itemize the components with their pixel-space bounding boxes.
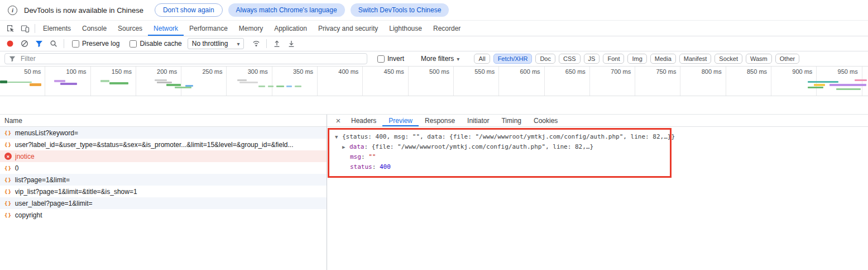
funnel-icon: [9, 55, 16, 62]
tab-sources[interactable]: Sources: [112, 21, 148, 36]
tab-cookies[interactable]: Cookies: [527, 115, 564, 126]
chip-img[interactable]: Img: [627, 54, 646, 64]
timeline-tick-label: 650 ms: [565, 68, 586, 75]
request-name: user_label?page=1&limit=: [15, 200, 93, 207]
chip-fetch-xhr[interactable]: Fetch/XHR: [493, 54, 533, 64]
inspect-element-icon[interactable]: [3, 22, 18, 35]
json-root-row[interactable]: ▼{status: 400, msg: "", data: {file: "/w…: [335, 132, 868, 142]
tab-performance[interactable]: Performance: [184, 21, 233, 36]
json-msg-row[interactable]: msg"": [335, 152, 868, 162]
divider: [35, 24, 35, 33]
filter-toggle-icon[interactable]: [32, 37, 46, 50]
tab-lighthouse[interactable]: Lighthouse: [383, 21, 428, 36]
tab-initiator[interactable]: Initiator: [461, 115, 495, 126]
json-number-value: 400: [380, 163, 391, 170]
more-filters-button[interactable]: More filters ▾: [421, 55, 459, 63]
disable-cache-checkbox-group: Disable cache: [130, 40, 181, 48]
chip-js[interactable]: JS: [584, 54, 600, 64]
request-row[interactable]: {} menusList?keyword=: [0, 127, 327, 139]
timeline-tick-label: 900 ms: [792, 68, 812, 75]
request-name: vip_list?page=1&limit=&title=&is_show=1: [15, 188, 137, 196]
json-key: msg: [350, 153, 368, 160]
request-row[interactable]: {} 0: [0, 162, 327, 174]
detail-tab-bar: × Headers Preview Response Initiator Tim…: [327, 115, 868, 127]
tab-application[interactable]: Application: [268, 21, 313, 36]
timeline-tick-label: 750 ms: [656, 68, 676, 75]
timeline-tick: 750 ms: [635, 67, 680, 96]
timeline-tick: 250 ms: [181, 67, 227, 96]
timeline-tick: 350 ms: [272, 67, 318, 96]
chip-all[interactable]: All: [474, 54, 490, 64]
chip-socket[interactable]: Socket: [714, 54, 742, 64]
chip-other[interactable]: Other: [775, 54, 800, 64]
record-button[interactable]: [3, 37, 17, 50]
expand-triangle-icon[interactable]: ▼: [335, 132, 340, 142]
request-row[interactable]: {} list?page=1&limit=: [0, 174, 327, 186]
request-type-chips: All Fetch/XHR Doc CSS JS Font Img Media …: [474, 54, 799, 64]
json-data-row[interactable]: ▶data{file: "/www/wwwroot/ymtkj.com/conf…: [335, 142, 868, 152]
chevron-down-icon: ▾: [457, 56, 459, 62]
tab-elements[interactable]: Elements: [37, 21, 76, 36]
tab-preview[interactable]: Preview: [382, 115, 419, 126]
switch-to-chinese-button[interactable]: Switch DevTools to Chinese: [351, 3, 449, 17]
match-chrome-language-button[interactable]: Always match Chrome's language: [228, 3, 345, 17]
filter-input[interactable]: [20, 54, 363, 63]
preserve-log-checkbox[interactable]: [72, 40, 79, 48]
request-row-error[interactable]: × jnotice: [0, 150, 327, 162]
timeline-tick-label: 100 ms: [66, 68, 87, 75]
chip-doc[interactable]: Doc: [535, 54, 555, 64]
timeline-tick-label: 200 ms: [157, 68, 177, 75]
throttling-select[interactable]: No throttling ▾: [188, 38, 244, 49]
tab-recorder[interactable]: Recorder: [428, 21, 466, 36]
preserve-log-label: Preserve log: [82, 40, 119, 48]
timeline-tick-label: 600 ms: [520, 68, 540, 75]
request-row[interactable]: {} user?label_id=&user_type=&status=&sex…: [0, 139, 327, 150]
filter-input-box: [4, 53, 367, 64]
search-icon[interactable]: [47, 37, 60, 50]
timeline-tick-label: 450 ms: [384, 68, 404, 75]
timeline-tick-label: 400 ms: [338, 68, 358, 75]
tab-headers[interactable]: Headers: [345, 115, 382, 126]
tab-timing[interactable]: Timing: [495, 115, 527, 126]
tab-network[interactable]: Network: [148, 21, 184, 36]
timeline-tick-label: 300 ms: [248, 68, 268, 75]
close-icon[interactable]: ×: [332, 115, 345, 127]
tab-memory[interactable]: Memory: [233, 21, 268, 36]
timeline-tick-label: 250 ms: [202, 68, 222, 75]
chip-manifest[interactable]: Manifest: [679, 54, 712, 64]
timeline-tick: 700 ms: [590, 67, 635, 96]
clear-button[interactable]: [18, 37, 31, 50]
chip-font[interactable]: Font: [603, 54, 624, 64]
network-overview-timeline[interactable]: 50 ms 100 ms 150 ms 200 ms 250 ms 300 ms…: [0, 67, 868, 96]
collapse-triangle-icon[interactable]: ▶: [342, 142, 347, 152]
request-row[interactable]: {} user_label?page=1&limit=: [0, 197, 327, 209]
export-har-icon[interactable]: [285, 37, 298, 50]
devtools-language-infobar: i DevTools is now available in Chinese D…: [0, 0, 868, 21]
json-string-value: "": [368, 153, 376, 160]
invert-checkbox[interactable]: [377, 55, 385, 63]
dont-show-again-button[interactable]: Don't show again: [155, 3, 223, 17]
request-rows: {} menusList?keyword= {} user?label_id=&…: [0, 127, 327, 270]
request-name: user?label_id=&user_type=&status=&sex=&i…: [15, 141, 294, 149]
request-row[interactable]: {} vip_list?page=1&limit=&title=&is_show…: [0, 186, 327, 197]
chip-css[interactable]: CSS: [559, 54, 581, 64]
timeline-tick: 650 ms: [545, 67, 590, 96]
chip-wasm[interactable]: Wasm: [746, 54, 772, 64]
more-filters-label: More filters: [421, 55, 454, 63]
name-column-header[interactable]: Name: [0, 115, 327, 127]
request-table: Name {} menusList?keyword= {} user?label…: [0, 115, 327, 270]
timeline-tick: 450 ms: [363, 67, 408, 96]
network-conditions-icon[interactable]: [250, 37, 263, 50]
json-status-row[interactable]: status400: [335, 162, 868, 172]
import-har-icon[interactable]: [270, 37, 284, 50]
chip-media[interactable]: Media: [650, 54, 676, 64]
disable-cache-checkbox[interactable]: [130, 40, 137, 48]
tab-console[interactable]: Console: [76, 21, 112, 36]
tab-response[interactable]: Response: [419, 115, 461, 126]
device-toolbar-icon[interactable]: [18, 22, 32, 35]
tab-privacy-and-security[interactable]: Privacy and security: [313, 21, 383, 36]
request-row[interactable]: {} copyright: [0, 209, 327, 221]
timeline-tick: 550 ms: [454, 67, 499, 96]
timeline-tick-label: 700 ms: [611, 68, 631, 75]
timeline-tick: 600 ms: [499, 67, 544, 96]
